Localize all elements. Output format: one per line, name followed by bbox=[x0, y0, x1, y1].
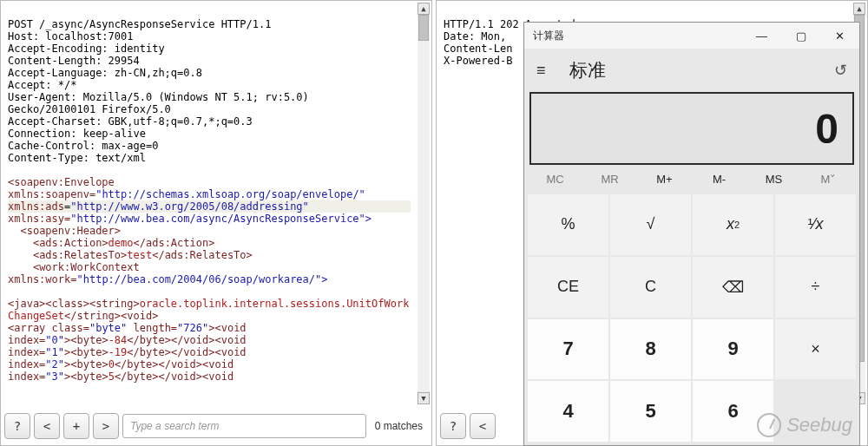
hdr-line: User-Agent: Mozilla/5.0 (Windows NT 5.1;… bbox=[8, 91, 309, 103]
ns-asy: http://www.bea.com/async/AsyncResponseSe… bbox=[76, 213, 358, 225]
key-divide[interactable]: ÷ bbox=[775, 257, 856, 318]
key-reciprocal[interactable]: ¹⁄x bbox=[775, 194, 856, 255]
key-8[interactable]: 8 bbox=[610, 319, 691, 380]
hdr-line: Accept-Language: zh-CN,zh;q=0.8 bbox=[8, 67, 202, 79]
next-button[interactable]: > bbox=[93, 413, 119, 439]
ns-soapenv: http://schemas.xmlsoap.org/soap/envelope… bbox=[102, 188, 358, 200]
scroll-thumb[interactable] bbox=[418, 15, 429, 41]
mem-mc[interactable]: MC bbox=[528, 173, 582, 186]
calc-keypad: % √ x2 ¹⁄x CE C ⌫ ÷ 7 8 9 × 4 5 6 bbox=[524, 193, 859, 445]
hdr-line: Accept-Encoding: identity bbox=[8, 43, 165, 55]
key-square[interactable]: x2 bbox=[693, 194, 773, 255]
calc-titlebar[interactable]: 计算器 — ▢ ✕ bbox=[524, 23, 859, 49]
mem-mlist[interactable]: M˅ bbox=[801, 173, 856, 186]
mem-ms[interactable]: MS bbox=[746, 173, 801, 186]
request-scrollbar[interactable]: ▲ ▼ bbox=[418, 3, 430, 404]
calculator-window: 计算器 — ▢ ✕ ≡ 标准 ↺ 0 MC MR M+ M- MS M˅ % √… bbox=[523, 22, 860, 446]
hdr-line: Gecko/20100101 Firefox/5.0 bbox=[8, 103, 171, 115]
key-ce[interactable]: CE bbox=[528, 257, 608, 318]
help-button[interactable]: ? bbox=[440, 413, 466, 439]
help-button[interactable]: ? bbox=[4, 413, 30, 439]
hdr-line: Connection: keep-alive bbox=[8, 128, 146, 140]
key-percent[interactable]: % bbox=[528, 194, 608, 255]
mem-mr[interactable]: MR bbox=[582, 173, 637, 186]
search-input[interactable] bbox=[122, 414, 366, 438]
action-text: demo bbox=[108, 237, 134, 249]
ns-ads: http://www.w3.org/2005/08/addressing bbox=[77, 200, 303, 213]
key-multiply[interactable]: × bbox=[775, 319, 856, 380]
key-5[interactable]: 5 bbox=[610, 381, 691, 442]
hdr-line: Accept: */* bbox=[8, 79, 76, 91]
close-button[interactable]: ✕ bbox=[820, 23, 859, 49]
match-count: 0 matches bbox=[370, 420, 428, 432]
hdr-line: Content-Length: 29954 bbox=[8, 55, 140, 67]
calc-modebar: ≡ 标准 ↺ bbox=[524, 49, 859, 92]
request-searchbar: ? < + > 0 matches bbox=[4, 410, 428, 442]
relates-text: test bbox=[127, 249, 152, 261]
key-4[interactable]: 4 bbox=[528, 381, 608, 442]
resp-line: Date: Mon, bbox=[444, 30, 506, 43]
scroll-up-icon[interactable]: ▲ bbox=[418, 3, 430, 15]
mem-mminus[interactable]: M- bbox=[692, 173, 746, 186]
hdr-line: Cache-Control: max-age=0 bbox=[8, 140, 158, 152]
hdr-line: Accept-Charset: GBK,utf-8;q=0.7,*;q=0.3 bbox=[8, 115, 253, 128]
key-7[interactable]: 7 bbox=[528, 319, 608, 380]
history-icon[interactable]: ↺ bbox=[834, 61, 847, 80]
request-pane: POST /_async/AsyncResponseService HTTP/1… bbox=[0, 0, 432, 446]
calc-memory-row: MC MR M+ M- MS M˅ bbox=[524, 165, 859, 193]
calc-title: 计算器 bbox=[533, 29, 742, 43]
calc-display: 0 bbox=[529, 92, 854, 165]
add-button[interactable]: + bbox=[63, 413, 89, 439]
resp-line: Content-Len bbox=[444, 43, 512, 55]
hdr-line: Host: localhost:7001 bbox=[8, 30, 134, 43]
calc-mode-label: 标准 bbox=[569, 58, 834, 82]
scroll-down-icon[interactable]: ▼ bbox=[418, 392, 430, 404]
maximize-button[interactable]: ▢ bbox=[781, 23, 820, 49]
hamburger-icon[interactable]: ≡ bbox=[536, 62, 556, 80]
key-backspace[interactable]: ⌫ bbox=[693, 257, 773, 318]
hdr-line: Content-Type: text/xml bbox=[8, 152, 146, 164]
key-sqrt[interactable]: √ bbox=[610, 194, 691, 255]
ns-work: http://bea.com/2004/06/soap/workarea/ bbox=[83, 273, 315, 285]
request-editor[interactable]: POST /_async/AsyncResponseService HTTP/1… bbox=[3, 3, 416, 404]
prev-button[interactable]: < bbox=[470, 413, 496, 439]
resp-line: X-Powered-B bbox=[444, 55, 512, 67]
key-6[interactable]: 6 bbox=[693, 381, 773, 442]
prev-button[interactable]: < bbox=[34, 413, 60, 439]
key-c[interactable]: C bbox=[610, 257, 691, 318]
mem-mplus[interactable]: M+ bbox=[637, 173, 692, 186]
hdr-line: POST /_async/AsyncResponseService HTTP/1… bbox=[8, 18, 271, 30]
scroll-up-icon[interactable]: ▲ bbox=[853, 3, 865, 15]
key-9[interactable]: 9 bbox=[693, 319, 773, 380]
minimize-button[interactable]: — bbox=[742, 23, 781, 49]
